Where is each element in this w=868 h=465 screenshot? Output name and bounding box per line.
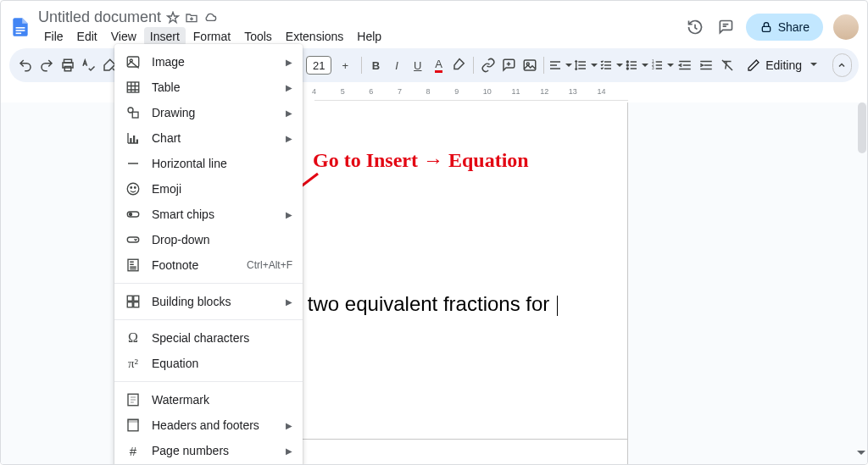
insert-watermark[interactable]: Watermark bbox=[114, 387, 303, 412]
vertical-scrollbar[interactable] bbox=[857, 102, 867, 464]
insert-emoji[interactable]: Emoji bbox=[114, 176, 303, 202]
insert-link-button[interactable] bbox=[478, 53, 498, 77]
image-icon bbox=[125, 53, 142, 70]
blocks-icon bbox=[125, 293, 142, 310]
hline-icon bbox=[125, 155, 142, 172]
menu-item-label: Building blocks bbox=[152, 295, 286, 308]
insert-headers-and-footers[interactable]: Headers and footers▶ bbox=[114, 412, 303, 438]
chevron-right-icon: ▶ bbox=[286, 446, 292, 456]
menu-format[interactable]: Format bbox=[187, 27, 236, 46]
fontsize-plus[interactable]: + bbox=[333, 53, 357, 77]
svg-rect-33 bbox=[134, 302, 139, 307]
insert-smart-chips[interactable]: Smart chips▶ bbox=[114, 202, 303, 227]
redo-button[interactable] bbox=[37, 53, 57, 77]
menu-item-label: Footnote bbox=[152, 258, 247, 272]
print-button[interactable] bbox=[58, 53, 77, 77]
spellcheck-button[interactable] bbox=[79, 53, 98, 77]
insert-menu-dropdown: Image▶Table▶Drawing▶Chart▶Horizontal lin… bbox=[114, 44, 303, 465]
menu-view[interactable]: View bbox=[105, 27, 142, 46]
checklist-button[interactable] bbox=[599, 53, 623, 77]
watermark-icon bbox=[125, 391, 142, 408]
align-button[interactable] bbox=[548, 53, 572, 77]
svg-point-9 bbox=[626, 61, 628, 63]
menu-item-label: Special characters bbox=[152, 331, 292, 345]
insert-comment-button[interactable] bbox=[499, 53, 519, 77]
svg-point-23 bbox=[127, 183, 139, 195]
chevron-right-icon: ▶ bbox=[286, 108, 292, 118]
svg-rect-19 bbox=[132, 112, 138, 118]
menu-item-label: Equation bbox=[152, 357, 292, 370]
insert-page-numbers[interactable]: #Page numbers▶ bbox=[114, 438, 303, 463]
insert-table[interactable]: Table▶ bbox=[114, 75, 303, 100]
star-icon[interactable] bbox=[166, 11, 180, 25]
svg-rect-3 bbox=[762, 26, 770, 31]
menu-extensions[interactable]: Extensions bbox=[280, 27, 349, 46]
svg-point-24 bbox=[131, 187, 132, 189]
insert-building-blocks[interactable]: Building blocks▶ bbox=[114, 289, 303, 314]
footnote-icon bbox=[125, 257, 142, 274]
menu-help[interactable]: Help bbox=[351, 27, 387, 46]
menu-item-label: Table bbox=[152, 80, 286, 94]
menu-item-label: Page numbers bbox=[152, 444, 286, 457]
bullet-list-button[interactable] bbox=[625, 53, 648, 77]
text-color-button[interactable]: A bbox=[429, 53, 448, 77]
comments-icon[interactable] bbox=[715, 17, 736, 37]
insert-image-button[interactable] bbox=[520, 53, 540, 77]
omega-icon: Ω bbox=[125, 329, 142, 346]
svg-rect-15 bbox=[127, 57, 139, 67]
svg-point-25 bbox=[135, 187, 136, 189]
doc-title[interactable]: Untitled document bbox=[38, 8, 161, 26]
docs-logo-icon bbox=[9, 16, 31, 38]
underline-button[interactable]: U bbox=[408, 53, 427, 77]
smartchips-icon bbox=[125, 206, 142, 223]
bold-button[interactable]: B bbox=[366, 53, 386, 77]
editing-mode-button[interactable]: Editing bbox=[738, 55, 826, 75]
insert-drawing[interactable]: Drawing▶ bbox=[114, 100, 303, 125]
fontsize-input[interactable]: 21 bbox=[306, 56, 331, 75]
italic-button[interactable]: I bbox=[387, 53, 407, 77]
collapse-toolbar-button[interactable] bbox=[832, 53, 852, 77]
undo-button[interactable] bbox=[16, 53, 36, 77]
indent-decrease-button[interactable] bbox=[676, 53, 695, 77]
history-icon[interactable] bbox=[685, 17, 705, 37]
cloud-status-icon[interactable] bbox=[203, 11, 217, 25]
svg-rect-1 bbox=[16, 30, 25, 31]
menu-item-label: Headers and footers bbox=[152, 418, 286, 432]
insert-footnote[interactable]: FootnoteCtrl+Alt+F bbox=[114, 252, 303, 278]
svg-rect-22 bbox=[136, 140, 138, 144]
menu-tools[interactable]: Tools bbox=[238, 27, 278, 46]
svg-rect-32 bbox=[127, 302, 132, 307]
clear-format-button[interactable] bbox=[717, 53, 737, 77]
menu-item-label: Horizontal line bbox=[152, 157, 292, 170]
menu-edit[interactable]: Edit bbox=[71, 27, 103, 46]
insert-special-characters[interactable]: ΩSpecial characters bbox=[114, 325, 303, 351]
table-icon bbox=[125, 79, 142, 96]
menu-item-label: Emoji bbox=[152, 182, 292, 196]
numbered-list-button[interactable]: 123 bbox=[650, 53, 674, 77]
svg-rect-20 bbox=[130, 138, 131, 143]
move-icon[interactable] bbox=[185, 11, 198, 25]
document-text[interactable]: rite two equivalent fractions for bbox=[274, 292, 558, 316]
line-spacing-button[interactable] bbox=[574, 53, 598, 77]
chevron-right-icon: ▶ bbox=[286, 58, 292, 67]
menu-insert[interactable]: Insert bbox=[144, 27, 186, 46]
indent-increase-button[interactable] bbox=[697, 53, 716, 77]
dropdown-icon bbox=[125, 231, 142, 248]
svg-rect-36 bbox=[128, 419, 138, 422]
insert-chart[interactable]: Chart▶ bbox=[114, 125, 303, 151]
menu-item-label: Image bbox=[152, 55, 286, 69]
avatar[interactable] bbox=[833, 14, 859, 40]
highlight-button[interactable] bbox=[450, 53, 470, 77]
insert-equation[interactable]: π²Equation bbox=[114, 351, 303, 376]
chevron-right-icon: ▶ bbox=[286, 83, 292, 92]
insert-horizontal-line[interactable]: Horizontal line bbox=[114, 151, 303, 176]
insert-image[interactable]: Image▶ bbox=[114, 49, 303, 75]
chevron-right-icon: ▶ bbox=[286, 421, 292, 430]
insert-drop-down[interactable]: Drop-down bbox=[114, 227, 303, 252]
menu-file[interactable]: File bbox=[38, 27, 70, 46]
share-button[interactable]: Share bbox=[746, 14, 823, 41]
drawing-icon bbox=[125, 104, 142, 121]
share-label: Share bbox=[778, 20, 810, 34]
svg-rect-17 bbox=[127, 82, 139, 92]
svg-text:3: 3 bbox=[652, 66, 654, 70]
